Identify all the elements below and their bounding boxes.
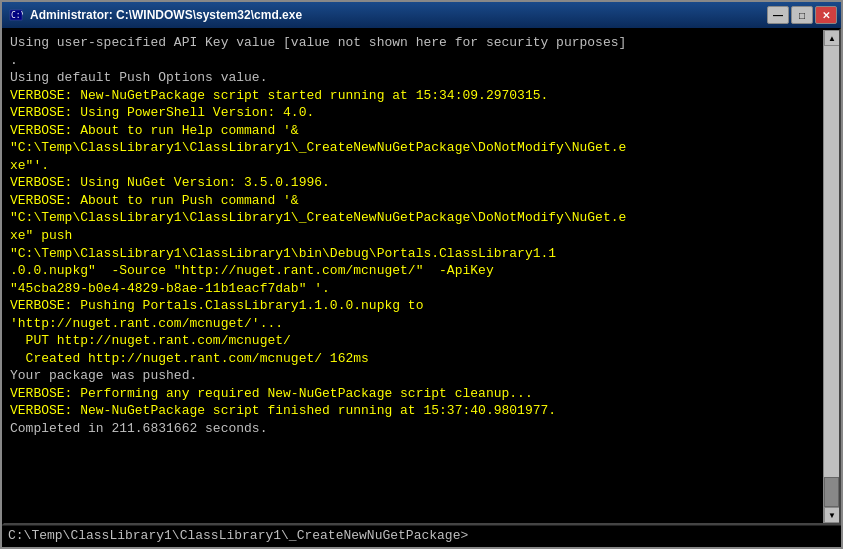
- console-line: Your package was pushed.: [10, 367, 817, 385]
- prompt-text: C:\Temp\ClassLibrary1\ClassLibrary1\_Cre…: [8, 528, 468, 543]
- console-line: VERBOSE: Pushing Portals.ClassLibrary1.1…: [10, 297, 817, 315]
- console-line: VERBOSE: About to run Help command '&: [10, 122, 817, 140]
- console-line: VERBOSE: Using PowerShell Version: 4.0.: [10, 104, 817, 122]
- scrollbar[interactable]: ▲ ▼: [823, 30, 839, 523]
- console-line: VERBOSE: About to run Push command '&: [10, 192, 817, 210]
- console-line: xe" push: [10, 227, 817, 245]
- svg-text:C:\: C:\: [11, 11, 23, 20]
- console-line: "C:\Temp\ClassLibrary1\ClassLibrary1\_Cr…: [10, 139, 817, 157]
- cmd-icon: C:\: [8, 7, 24, 23]
- minimize-button[interactable]: —: [767, 6, 789, 24]
- window-title: Administrator: C:\WINDOWS\system32\cmd.e…: [30, 8, 302, 22]
- console-line: VERBOSE: Performing any required New-NuG…: [10, 385, 817, 403]
- prompt-bar: C:\Temp\ClassLibrary1\ClassLibrary1\_Cre…: [2, 525, 841, 547]
- console-output: Using user-specified API Key value [valu…: [4, 30, 823, 523]
- console-line: Created http://nuget.rant.com/mcnuget/ 1…: [10, 350, 817, 368]
- console-line: VERBOSE: Using NuGet Version: 3.5.0.1996…: [10, 174, 817, 192]
- title-bar-buttons: — □ ✕: [767, 6, 837, 24]
- console-line: "C:\Temp\ClassLibrary1\ClassLibrary1\bin…: [10, 245, 817, 263]
- scroll-up-button[interactable]: ▲: [824, 30, 840, 46]
- console-line: 'http://nuget.rant.com/mcnuget/'...: [10, 315, 817, 333]
- cmd-window: C:\ Administrator: C:\WINDOWS\system32\c…: [0, 0, 843, 549]
- console-line: "45cba289-b0e4-4829-b8ae-11b1eacf7dab" '…: [10, 280, 817, 298]
- console-line: Using default Push Options value.: [10, 69, 817, 87]
- console-line: .: [10, 52, 817, 70]
- title-bar-left: C:\ Administrator: C:\WINDOWS\system32\c…: [8, 7, 302, 23]
- title-bar: C:\ Administrator: C:\WINDOWS\system32\c…: [2, 2, 841, 28]
- scroll-track[interactable]: [824, 46, 839, 507]
- console-line: "C:\Temp\ClassLibrary1\ClassLibrary1\_Cr…: [10, 209, 817, 227]
- scroll-thumb[interactable]: [824, 477, 839, 507]
- console-line: PUT http://nuget.rant.com/mcnuget/: [10, 332, 817, 350]
- console-line: VERBOSE: New-NuGetPackage script started…: [10, 87, 817, 105]
- console-line: VERBOSE: New-NuGetPackage script finishe…: [10, 402, 817, 420]
- console-line: Completed in 211.6831662 seconds.: [10, 420, 817, 438]
- close-button[interactable]: ✕: [815, 6, 837, 24]
- maximize-button[interactable]: □: [791, 6, 813, 24]
- console-line: .0.0.nupkg" -Source "http://nuget.rant.c…: [10, 262, 817, 280]
- console-line: Using user-specified API Key value [valu…: [10, 34, 817, 52]
- console-line: xe"'.: [10, 157, 817, 175]
- console-area: Using user-specified API Key value [valu…: [2, 28, 841, 525]
- scroll-down-button[interactable]: ▼: [824, 507, 840, 523]
